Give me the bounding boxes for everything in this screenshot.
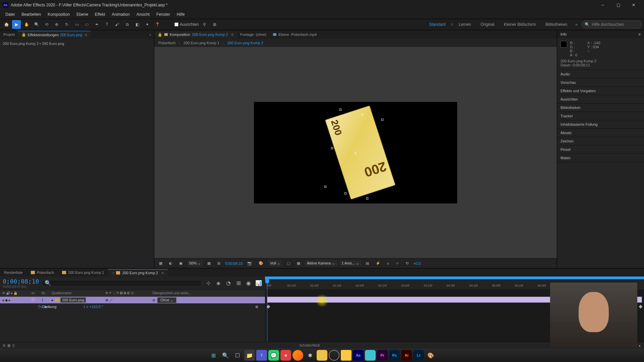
rotation-value[interactable]: 1 x +103,0 ° [83, 305, 103, 309]
audio-icon[interactable]: 🔊 [6, 291, 10, 295]
close-button[interactable]: ✕ [626, 0, 641, 10]
selection-handle[interactable] [339, 109, 341, 111]
keyframe[interactable] [639, 305, 642, 308]
maximize-button[interactable]: ▢ [610, 0, 626, 10]
crumb-komp1[interactable]: 200 Euro.png Komp 1 [183, 41, 219, 45]
channel-icon[interactable]: ▦ [205, 260, 213, 266]
eraser-tool[interactable]: ◧ [133, 20, 142, 29]
layer-row-1[interactable]: ◂ ◆ ▸ 1 ▸ 200 Euro.png ⊕ ／ ⊚ Ohne ⌄ [0, 297, 265, 303]
timeline-tab-renderliste[interactable]: Renderliste [0, 269, 27, 276]
photoshop-icon[interactable]: Ps [389, 350, 400, 361]
orbit-tool[interactable]: ⟲ [42, 20, 51, 29]
toggle-switches-icon[interactable]: ⊞ [3, 344, 5, 347]
property-row-drehung[interactable]: ◂ ◆ ▸ ⏱ Drehung 1 x +103,0 ° ⊚ [0, 303, 265, 310]
timeline-tab-pokertisch[interactable]: Pokertisch [27, 269, 58, 276]
transparency-icon[interactable]: ▦ [295, 260, 302, 266]
selection-handle[interactable] [355, 152, 357, 154]
minimize-button[interactable]: ─ [595, 0, 610, 10]
panel-vorschau[interactable]: Vorschau [557, 78, 644, 87]
selection-handle[interactable] [344, 192, 346, 194]
panel-menu-icon[interactable]: ≡ [85, 33, 87, 37]
toggle-alpha-icon[interactable]: ◐ [167, 260, 174, 266]
tab-projekt[interactable]: Projekt [0, 31, 18, 38]
grid-icon[interactable]: ▦ [157, 260, 164, 266]
menu-ansicht[interactable]: Ansicht [133, 11, 153, 18]
folder-icon[interactable] [341, 350, 352, 361]
pan-behind-tool[interactable]: ⊕ [52, 20, 61, 29]
firefox-icon[interactable] [292, 350, 303, 361]
mask-icon[interactable]: ▣ [177, 260, 184, 266]
timeline-search[interactable]: 🔍 [42, 280, 202, 287]
playhead[interactable] [267, 277, 267, 342]
panel-menu-icon[interactable]: ≡ [162, 271, 164, 275]
keyframe-nav-next-icon[interactable]: ▸ [9, 298, 11, 302]
home-tool[interactable]: 🏠 [2, 20, 11, 29]
pen-tool[interactable]: ✒ [93, 20, 101, 29]
fast-preview-icon[interactable]: ⚡ [374, 260, 382, 266]
snap-tool[interactable]: ⚲ [200, 20, 209, 29]
camera-dropdown[interactable]: Aktive Kamera ⌄ [305, 260, 337, 266]
selection-handle[interactable] [366, 197, 368, 199]
zoom-tool[interactable]: 🔍 [32, 20, 41, 29]
timeline-timecode[interactable]: 0;00;08;10 [3, 278, 39, 285]
chevron-left-icon[interactable]: ‹ [223, 41, 224, 45]
stopwatch-icon[interactable]: ⏱ [38, 305, 41, 309]
views-dropdown[interactable]: 1 Ansi... ⌄ [340, 260, 361, 266]
app-icon-misc[interactable]: 🎨 [425, 350, 436, 361]
app-icon-yellow[interactable]: G [317, 350, 327, 361]
selection-tool[interactable]: ▶ [12, 20, 21, 29]
parent-dropdown[interactable]: Ohne ⌄ [157, 297, 176, 303]
viewer-timecode[interactable]: 0;00;08;10 [225, 261, 243, 265]
crumb-komp2[interactable]: 200 Euro.png Komp 2 [227, 41, 263, 45]
roto-tool[interactable]: ✦ [143, 20, 152, 29]
eye-icon[interactable]: 👁 [2, 291, 5, 295]
panel-absatz[interactable]: Absatz [557, 129, 644, 137]
color-mgmt-icon[interactable]: 🎨 [257, 260, 265, 266]
panel-audio[interactable]: Audio [557, 70, 644, 78]
panel-menu-icon[interactable]: ≡ [231, 33, 233, 37]
clone-tool[interactable]: ⧉ [123, 20, 131, 29]
menu-bearbeiten[interactable]: Bearbeiten [18, 11, 44, 18]
twirl-icon[interactable]: ▸ [52, 298, 54, 302]
workspace-standard[interactable]: Standard [425, 21, 449, 28]
menu-fenster[interactable]: Fenster [153, 11, 173, 18]
toggle-inout-icon[interactable]: {} [12, 344, 15, 347]
workspace-overflow[interactable]: » [573, 22, 580, 27]
region-icon[interactable]: ▢ [285, 260, 292, 266]
puppet-tool[interactable]: 📍 [153, 20, 162, 29]
help-search[interactable]: 🔍 Hilfe durchsuchen [582, 20, 642, 28]
comp-flowchart-icon[interactable]: ⊹ [205, 280, 212, 287]
teams-icon[interactable]: T [256, 350, 267, 361]
lightroom-icon[interactable]: Lr [413, 350, 424, 361]
keyframe-nav-prev-icon[interactable]: ◂ [2, 298, 4, 302]
zoom-dropdown[interactable]: 50% ⌄ [187, 260, 203, 266]
timeline-icon[interactable]: ≡ [385, 261, 391, 266]
pixel-aspect-icon[interactable]: ▤ [364, 260, 371, 266]
obs-icon[interactable] [329, 350, 339, 361]
illustrator-icon[interactable]: Ai [401, 350, 412, 361]
selection-handle[interactable] [381, 119, 383, 121]
resolution-icon[interactable]: ⊞ [215, 260, 222, 266]
menu-animation[interactable]: Animation [108, 11, 133, 18]
menu-ebene[interactable]: Ebene [73, 11, 92, 18]
shy-icon[interactable]: ◔ [225, 280, 232, 287]
app-icon-red[interactable]: ● [280, 350, 291, 361]
selection-handle[interactable] [324, 186, 326, 188]
aftereffects-icon[interactable]: Ae [353, 350, 364, 361]
text-tool[interactable]: T [103, 20, 111, 29]
lock-icon[interactable]: 🔒 [13, 291, 17, 295]
explorer-icon[interactable]: 📁 [244, 350, 255, 361]
panel-fuellung[interactable]: Inhaltsbasierte Füllung [557, 120, 644, 129]
keyframe-toggle-icon[interactable]: ◆ [5, 298, 8, 302]
panel-tracker[interactable]: Tracker [557, 112, 644, 120]
start-button[interactable]: ⊞ [208, 350, 219, 361]
tab-effekteinstellungen[interactable]: 🔒 Effekteinstellungen 200 Euro.png ≡ [18, 31, 90, 38]
motion-blur-icon[interactable]: ◉ [245, 280, 252, 287]
layer-banknote[interactable] [325, 105, 395, 199]
selection-handle[interactable] [331, 147, 333, 149]
viewer-tab-footage[interactable]: Footage (ohne) [237, 31, 270, 38]
workspace-lernen[interactable]: Lernen [454, 21, 475, 28]
timeline-tab-komp2[interactable]: ×200 Euro.png Komp 2≡ [108, 269, 168, 276]
frame-blend-icon[interactable]: ⊞ [235, 280, 242, 287]
snapshot-icon[interactable]: 📷 [245, 260, 254, 266]
